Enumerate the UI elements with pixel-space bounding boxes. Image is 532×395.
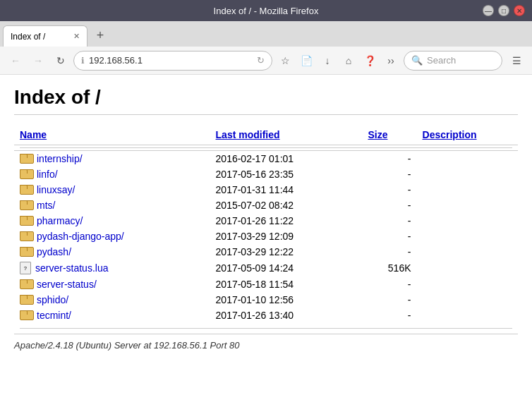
folder-icon bbox=[20, 185, 32, 195]
file-description bbox=[417, 260, 518, 276]
pocket-button[interactable]: ❓ bbox=[360, 51, 380, 71]
table-row: pharmacy/2017-01-26 11:22- bbox=[14, 213, 518, 229]
file-modified: 2016-02-17 01:01 bbox=[210, 151, 363, 167]
new-tab-button[interactable]: + bbox=[90, 25, 110, 45]
file-description bbox=[417, 292, 518, 308]
reader-view-button[interactable]: 📄 bbox=[296, 51, 316, 71]
file-size: - bbox=[362, 198, 416, 213]
tab-label: Index of / bbox=[11, 32, 45, 42]
file-size: - bbox=[362, 151, 416, 167]
file-description bbox=[417, 229, 518, 244]
file-modified: 2017-01-10 12:56 bbox=[210, 292, 363, 308]
col-header-modified[interactable]: Last modified bbox=[216, 129, 280, 140]
folder-icon bbox=[20, 279, 32, 289]
navbar: ← → ↻ ℹ 192.168.56.1 ↻ ☆ 📄 ↓ ⌂ ❓ ›› 🔍 Se… bbox=[0, 47, 532, 75]
folder-icon bbox=[20, 295, 32, 305]
folder-icon bbox=[20, 154, 32, 164]
file-modified: 2015-07-02 08:42 bbox=[210, 198, 363, 213]
file-link[interactable]: pydash-django-app/ bbox=[37, 231, 124, 242]
footer: Apache/2.4.18 (Ubuntu) Server at 192.168… bbox=[14, 334, 518, 351]
col-header-name[interactable]: Name bbox=[20, 129, 47, 140]
file-description bbox=[417, 198, 518, 213]
file-size: 516K bbox=[362, 260, 416, 276]
file-link[interactable]: tecmint/ bbox=[37, 310, 71, 321]
table-row: pydash/2017-03-29 12:22- bbox=[14, 244, 518, 260]
file-link[interactable]: pharmacy/ bbox=[37, 215, 83, 226]
table-row: server-status/2017-05-18 11:54- bbox=[14, 276, 518, 292]
active-tab[interactable]: Index of / ✕ bbox=[3, 25, 87, 47]
table-row: pydash-django-app/2017-03-29 12:09- bbox=[14, 229, 518, 244]
file-description bbox=[417, 213, 518, 229]
page-title: Index of / bbox=[14, 86, 518, 115]
minimize-button[interactable]: — bbox=[483, 5, 494, 16]
search-icon: 🔍 bbox=[411, 55, 423, 66]
file-modified: 2017-05-18 11:54 bbox=[210, 276, 363, 292]
file-modified: 2017-01-31 11:44 bbox=[210, 182, 363, 198]
file-link[interactable]: linuxsay/ bbox=[37, 184, 75, 195]
file-size: - bbox=[362, 166, 416, 182]
folder-icon bbox=[20, 169, 32, 179]
col-header-size[interactable]: Size bbox=[368, 129, 387, 140]
file-link[interactable]: pydash/ bbox=[37, 246, 71, 257]
file-description bbox=[417, 276, 518, 292]
file-size: - bbox=[362, 244, 416, 260]
table-row: sphido/2017-01-10 12:56- bbox=[14, 292, 518, 308]
window-title: Index of / - Mozilla Firefox bbox=[214, 6, 319, 16]
back-button[interactable]: ← bbox=[6, 51, 25, 71]
address-text: 192.168.56.1 bbox=[89, 55, 253, 66]
file-description bbox=[417, 308, 518, 323]
info-icon: ℹ bbox=[81, 56, 85, 66]
table-row: tecmint/2017-01-26 13:40- bbox=[14, 308, 518, 323]
reload-button[interactable]: ↻ bbox=[51, 51, 71, 71]
unknown-file-icon: ? bbox=[20, 262, 31, 274]
search-placeholder: Search bbox=[427, 55, 456, 66]
folder-icon bbox=[20, 231, 32, 241]
forward-button[interactable]: → bbox=[28, 51, 48, 71]
folder-icon bbox=[20, 247, 32, 257]
file-size: - bbox=[362, 308, 416, 323]
table-row: linuxsay/2017-01-31 11:44- bbox=[14, 182, 518, 198]
file-size: - bbox=[362, 229, 416, 244]
search-bar[interactable]: 🔍 Search bbox=[404, 51, 502, 71]
window-controls[interactable]: — □ ✕ bbox=[483, 5, 525, 16]
col-header-description[interactable]: Description bbox=[423, 129, 477, 140]
file-size: - bbox=[362, 213, 416, 229]
file-link[interactable]: mts/ bbox=[37, 200, 55, 211]
file-modified: 2017-03-29 12:09 bbox=[210, 229, 363, 244]
file-size: - bbox=[362, 182, 416, 198]
file-modified: 2017-01-26 13:40 bbox=[210, 308, 363, 323]
file-description bbox=[417, 182, 518, 198]
file-table: Name Last modified Size Description inte… bbox=[14, 126, 518, 334]
tab-close-button[interactable]: ✕ bbox=[73, 32, 80, 41]
titlebar: Index of / - Mozilla Firefox — □ ✕ bbox=[0, 0, 532, 21]
file-modified: 2017-05-16 23:35 bbox=[210, 166, 363, 182]
more-tools-button[interactable]: ›› bbox=[381, 51, 401, 71]
file-size: - bbox=[362, 276, 416, 292]
file-modified: 2017-03-29 12:22 bbox=[210, 244, 363, 260]
address-bar[interactable]: ℹ 192.168.56.1 ↻ bbox=[73, 51, 272, 71]
close-button[interactable]: ✕ bbox=[514, 5, 525, 16]
tabbar: Index of / ✕ + bbox=[0, 21, 532, 47]
file-description bbox=[417, 166, 518, 182]
download-button[interactable]: ↓ bbox=[318, 51, 337, 71]
file-description bbox=[417, 151, 518, 167]
folder-icon bbox=[20, 216, 32, 226]
table-row: mts/2015-07-02 08:42- bbox=[14, 198, 518, 213]
menu-button[interactable]: ☰ bbox=[507, 51, 526, 71]
content-area: Index of / Name Last modified Size Descr… bbox=[0, 75, 532, 395]
file-link[interactable]: server-status/ bbox=[37, 279, 97, 290]
file-link[interactable]: sphido/ bbox=[37, 294, 68, 305]
toolbar-icons: ☆ 📄 ↓ ⌂ ❓ ›› bbox=[275, 51, 401, 71]
file-link[interactable]: internship/ bbox=[37, 153, 83, 164]
folder-icon bbox=[20, 200, 32, 210]
home-button[interactable]: ⌂ bbox=[339, 51, 358, 71]
table-row: internship/2016-02-17 01:01- bbox=[14, 151, 518, 167]
reload-icon: ↻ bbox=[257, 55, 265, 66]
maximize-button[interactable]: □ bbox=[498, 5, 509, 16]
table-row: ?server-status.lua2017-05-09 14:24516K bbox=[14, 260, 518, 276]
file-link[interactable]: server-status.lua bbox=[35, 262, 108, 274]
file-modified: 2017-05-09 14:24 bbox=[210, 260, 363, 276]
file-link[interactable]: linfo/ bbox=[37, 169, 58, 180]
bookmark-star-button[interactable]: ☆ bbox=[275, 51, 295, 71]
file-size: - bbox=[362, 292, 416, 308]
